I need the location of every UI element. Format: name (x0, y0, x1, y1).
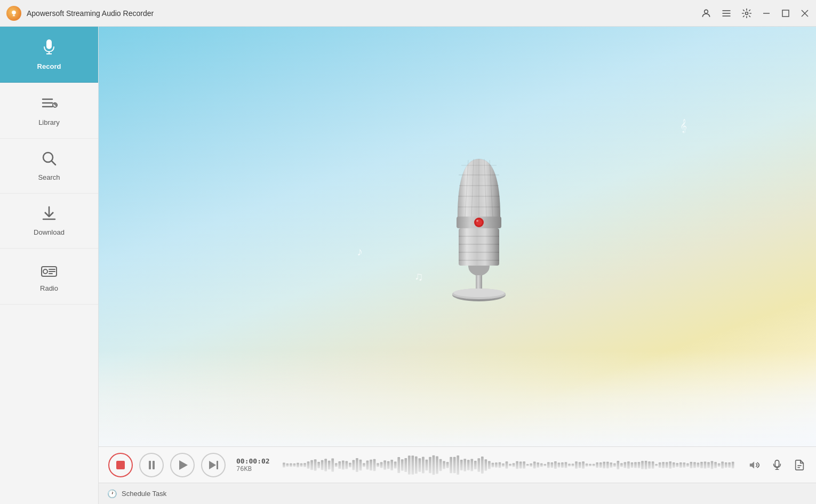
svg-rect-111 (484, 459, 487, 471)
svg-point-7 (746, 12, 748, 14)
svg-rect-164 (669, 461, 671, 468)
svg-rect-85 (394, 461, 396, 468)
svg-rect-119 (512, 463, 515, 467)
sidebar-item-radio[interactable]: Radio (0, 249, 98, 305)
svg-rect-91 (415, 456, 418, 473)
svg-rect-144 (599, 462, 602, 468)
svg-rect-68 (335, 463, 338, 467)
svg-rect-118 (509, 463, 511, 466)
skip-button[interactable] (201, 453, 226, 477)
audio-input-icon[interactable] (770, 458, 784, 472)
svg-line-22 (52, 161, 55, 165)
file-size: 76KB (236, 465, 252, 473)
svg-rect-174 (703, 461, 706, 468)
svg-rect-12 (46, 39, 52, 49)
svg-rect-53 (283, 462, 285, 467)
svg-rect-59 (303, 463, 306, 467)
svg-point-3 (705, 10, 708, 13)
svg-rect-84 (390, 460, 393, 470)
schedule-icon: 🕐 (107, 489, 117, 499)
download-icon (41, 205, 57, 225)
svg-rect-72 (349, 462, 351, 467)
app-title: Apowersoft Streaming Audio Recorder (27, 9, 701, 18)
svg-rect-63 (317, 461, 320, 468)
svg-rect-153 (630, 462, 633, 468)
file-icon[interactable] (793, 458, 806, 472)
svg-rect-147 (610, 462, 612, 468)
svg-point-52 (453, 289, 505, 297)
svg-rect-65 (324, 459, 327, 471)
svg-rect-163 (665, 462, 668, 468)
settings-icon[interactable] (741, 8, 752, 19)
svg-rect-146 (606, 461, 609, 468)
microphone-icon (41, 38, 58, 59)
svg-rect-175 (707, 462, 710, 468)
svg-rect-93 (422, 457, 425, 473)
pause-icon (149, 461, 155, 469)
sidebar-item-record[interactable]: Record (0, 27, 98, 83)
svg-rect-143 (596, 462, 598, 468)
svg-rect-74 (356, 458, 358, 472)
svg-rect-77 (366, 460, 369, 469)
svg-rect-62 (314, 459, 316, 471)
pause-button[interactable] (139, 453, 164, 477)
list-icon[interactable] (721, 8, 732, 19)
svg-rect-60 (307, 461, 309, 469)
svg-rect-154 (634, 462, 637, 468)
sidebar-item-library[interactable]: Library (0, 83, 98, 139)
sidebar-item-download[interactable]: Download (0, 194, 98, 249)
svg-marker-183 (750, 461, 754, 468)
stop-button[interactable] (108, 453, 133, 477)
svg-rect-57 (297, 462, 299, 467)
svg-rect-99 (443, 461, 445, 469)
svg-rect-135 (568, 463, 571, 466)
svg-rect-88 (404, 458, 407, 472)
schedule-bar[interactable]: 🕐 Schedule Task (99, 483, 816, 504)
svg-rect-167 (679, 462, 682, 468)
microphone-visual (426, 143, 532, 314)
close-button[interactable] (800, 9, 810, 18)
svg-rect-102 (453, 457, 455, 473)
svg-rect-120 (516, 461, 518, 469)
play-button[interactable] (170, 453, 195, 477)
svg-rect-126 (537, 462, 539, 468)
stop-icon (116, 461, 125, 469)
svg-point-43 (476, 220, 478, 222)
svg-rect-115 (498, 462, 501, 468)
svg-rect-80 (377, 463, 379, 467)
sidebar-item-search[interactable]: Search (0, 139, 98, 194)
svg-rect-172 (697, 462, 699, 467)
svg-rect-98 (439, 459, 442, 471)
svg-rect-109 (477, 458, 480, 472)
svg-rect-134 (564, 462, 567, 468)
svg-rect-95 (429, 457, 431, 473)
svg-rect-133 (561, 462, 564, 467)
minimize-button[interactable] (762, 9, 771, 18)
svg-rect-69 (338, 461, 341, 468)
svg-rect-66 (327, 460, 330, 469)
svg-rect-157 (644, 461, 647, 469)
volume-icon[interactable] (748, 458, 762, 472)
svg-rect-97 (436, 456, 438, 474)
content-area: ♪ ♫ 𝄞 (99, 27, 816, 504)
waveform-display (283, 453, 735, 477)
svg-rect-108 (474, 460, 477, 469)
svg-rect-165 (673, 462, 675, 468)
svg-rect-124 (530, 463, 532, 466)
svg-rect-101 (450, 457, 452, 473)
svg-rect-123 (526, 463, 529, 466)
schedule-label: Schedule Task (122, 490, 166, 498)
music-note-2: ♫ (414, 270, 423, 284)
svg-rect-56 (293, 463, 295, 467)
svg-rect-179 (721, 461, 724, 468)
svg-rect-122 (523, 461, 525, 469)
account-icon[interactable] (701, 8, 711, 19)
svg-rect-94 (425, 459, 428, 470)
maximize-button[interactable] (781, 9, 790, 18)
svg-rect-178 (717, 463, 720, 466)
svg-rect-78 (370, 459, 372, 470)
svg-rect-113 (491, 462, 494, 467)
svg-rect-128 (543, 463, 546, 466)
svg-rect-136 (571, 463, 574, 466)
svg-rect-76 (363, 463, 365, 467)
